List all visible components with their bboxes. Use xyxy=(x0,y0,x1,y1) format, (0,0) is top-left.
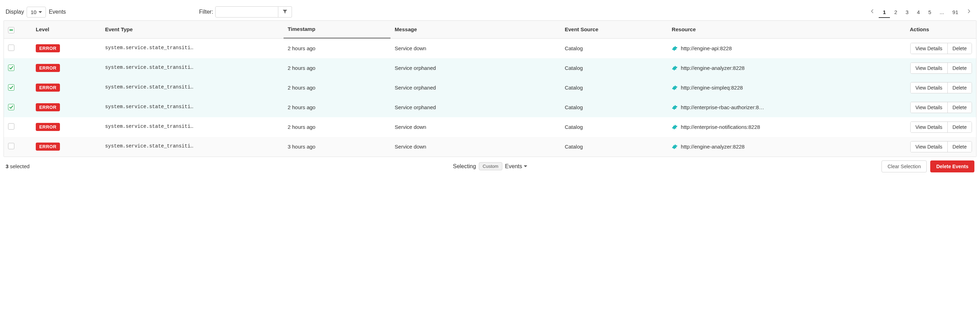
event-source-value: Catalog xyxy=(560,117,667,137)
page-3[interactable]: 3 xyxy=(902,7,913,18)
table-row: ERRORsystem.service.state_transition.d…2… xyxy=(4,38,976,58)
filter-label: Filter: xyxy=(199,9,213,15)
pagination: 12345...91 xyxy=(867,7,974,17)
custom-pill: Custom xyxy=(479,162,502,170)
gear-icon xyxy=(672,46,678,51)
row-actions: View DetailsDelete xyxy=(910,82,972,93)
events-label: Events xyxy=(49,9,66,15)
caret-down-icon xyxy=(38,11,42,13)
event-source-value: Catalog xyxy=(560,58,667,78)
delete-row-button[interactable]: Delete xyxy=(947,141,972,152)
message-value: Service down xyxy=(390,137,560,157)
row-actions: View DetailsDelete xyxy=(910,62,972,74)
row-checkbox[interactable] xyxy=(8,123,14,130)
resource-value: http://engine-analyzer:8228 xyxy=(672,65,767,71)
table-row: ERRORsystem.service.state_transition.o…2… xyxy=(4,78,976,98)
row-checkbox[interactable] xyxy=(8,84,14,91)
view-details-button[interactable]: View Details xyxy=(911,43,947,54)
event-type-value: system.service.state_transition.d… xyxy=(105,143,196,149)
table-header-row: Level Event Type Timestamp Message Event… xyxy=(4,21,976,38)
view-details-button[interactable]: View Details xyxy=(911,63,947,74)
delete-row-button[interactable]: Delete xyxy=(947,83,972,93)
row-actions: View DetailsDelete xyxy=(910,102,972,113)
page-prev[interactable] xyxy=(867,7,878,17)
level-badge: ERROR xyxy=(36,83,60,92)
message-value: Service orphaned xyxy=(390,98,560,117)
delete-row-button[interactable]: Delete xyxy=(947,102,972,113)
column-resource[interactable]: Resource xyxy=(668,21,863,38)
gear-icon xyxy=(672,65,678,71)
caret-down-icon xyxy=(523,165,527,167)
resource-value: http://enterprise-rbac-authorizer:8… xyxy=(672,104,767,110)
delete-row-button[interactable]: Delete xyxy=(947,43,972,54)
message-value: Service down xyxy=(390,117,560,137)
event-type-value: system.service.state_transition.o… xyxy=(105,84,196,90)
selecting-label: Selecting xyxy=(453,163,476,170)
row-checkbox[interactable] xyxy=(8,45,14,51)
timestamp-value: 3 hours ago xyxy=(283,137,390,157)
level-badge: ERROR xyxy=(36,123,60,131)
page-1[interactable]: 1 xyxy=(879,7,890,18)
view-details-button[interactable]: View Details xyxy=(911,83,947,93)
events-table: Level Event Type Timestamp Message Event… xyxy=(3,20,977,157)
timestamp-value: 2 hours ago xyxy=(283,98,390,117)
page-5[interactable]: 5 xyxy=(924,7,935,18)
table-row: ERRORsystem.service.state_transition.d…3… xyxy=(4,137,976,157)
gear-icon xyxy=(672,144,678,150)
message-value: Service down xyxy=(390,38,560,58)
filter-input[interactable] xyxy=(215,6,278,18)
page-2[interactable]: 2 xyxy=(890,7,901,18)
timestamp-value: 2 hours ago xyxy=(283,58,390,78)
event-type-value: system.service.state_transition.d… xyxy=(105,123,196,129)
delete-row-button[interactable]: Delete xyxy=(947,122,972,132)
page-91[interactable]: 91 xyxy=(948,7,963,18)
row-checkbox[interactable] xyxy=(8,104,14,110)
column-message[interactable]: Message xyxy=(390,21,560,38)
view-details-button[interactable]: View Details xyxy=(911,141,947,152)
view-details-button[interactable]: View Details xyxy=(911,102,947,113)
row-checkbox[interactable] xyxy=(8,143,14,149)
row-checkbox[interactable] xyxy=(8,65,14,71)
page-next[interactable] xyxy=(963,7,974,17)
event-source-value: Catalog xyxy=(560,137,667,157)
page-ellipsis: ... xyxy=(935,7,948,18)
filter-control: Filter: xyxy=(199,6,292,18)
level-badge: ERROR xyxy=(36,44,60,52)
page-4[interactable]: 4 xyxy=(913,7,924,18)
resource-value: http://enterprise-notifications:8228 xyxy=(672,124,767,130)
gear-icon xyxy=(672,105,678,110)
table-footer: 3 selected Selecting Custom Events Clear… xyxy=(3,157,977,174)
resource-value: http://engine-analyzer:8228 xyxy=(672,144,767,150)
filter-button[interactable] xyxy=(278,6,292,18)
view-details-button[interactable]: View Details xyxy=(911,122,947,132)
select-all-checkbox[interactable] xyxy=(8,27,14,34)
funnel-icon xyxy=(283,9,287,14)
table-row: ERRORsystem.service.state_transition.d…2… xyxy=(4,117,976,137)
message-value: Service orphaned xyxy=(390,58,560,78)
table-row: ERRORsystem.service.state_transition.o…2… xyxy=(4,98,976,117)
display-control: Display 10 Events xyxy=(6,7,66,18)
page-size-select[interactable]: 10 xyxy=(27,7,46,18)
selection-mode: Selecting Custom Events xyxy=(453,162,527,170)
clear-selection-button[interactable]: Clear Selection xyxy=(881,160,927,173)
timestamp-value: 2 hours ago xyxy=(283,78,390,98)
level-badge: ERROR xyxy=(36,142,60,150)
row-actions: View DetailsDelete xyxy=(910,43,972,54)
chevron-left-icon xyxy=(871,9,874,13)
column-timestamp[interactable]: Timestamp xyxy=(283,21,390,38)
events-dropdown[interactable]: Events xyxy=(505,163,527,170)
table-toolbar: Display 10 Events Filter: 12345...91 xyxy=(3,3,977,20)
delete-events-button[interactable]: Delete Events xyxy=(930,160,974,173)
event-type-value: system.service.state_transition.o… xyxy=(105,65,196,70)
gear-icon xyxy=(672,85,678,91)
column-event-source[interactable]: Event Source xyxy=(560,21,667,38)
row-actions: View DetailsDelete xyxy=(910,141,972,152)
event-source-value: Catalog xyxy=(560,78,667,98)
level-badge: ERROR xyxy=(36,64,60,72)
delete-row-button[interactable]: Delete xyxy=(947,63,972,74)
column-level[interactable]: Level xyxy=(32,21,101,38)
selected-count: 3 selected xyxy=(6,163,29,169)
level-badge: ERROR xyxy=(36,103,60,111)
message-value: Service orphaned xyxy=(390,78,560,98)
column-event-type[interactable]: Event Type xyxy=(101,21,283,38)
